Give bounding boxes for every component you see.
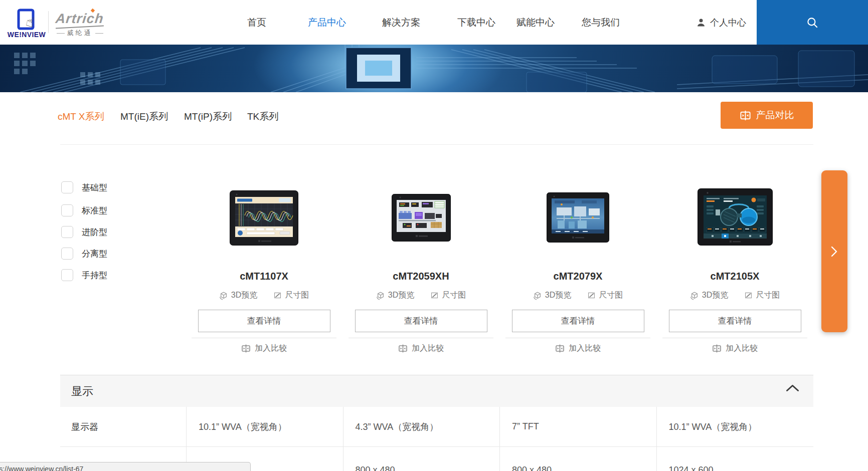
dimension-icon xyxy=(430,291,439,300)
preview-3d-link[interactable]: 3D预览 xyxy=(533,290,571,301)
checkbox[interactable] xyxy=(61,226,73,238)
header-divider xyxy=(48,11,49,33)
logo-text: WE!NVIEW xyxy=(6,31,47,39)
hmi-panel-trend-display xyxy=(230,190,298,246)
nav-item-enablement[interactable]: 赋能中心 xyxy=(516,0,555,45)
product-card: cMT1107X 3D预览 尺寸图 查看详情 xyxy=(186,186,342,358)
spec-section-title: 显示 xyxy=(71,384,93,399)
preview-3d-icon xyxy=(219,291,228,300)
view-details-button[interactable]: 查看详情 xyxy=(669,310,801,332)
checkbox[interactable] xyxy=(61,204,73,216)
filter-handheld[interactable]: 手持型 xyxy=(61,269,107,281)
compare-icon xyxy=(740,110,751,121)
series-tabbar: cMT X系列 MT(iE)系列 MT(iP)系列 TK系列 产品对比 xyxy=(60,92,813,145)
compare-icon xyxy=(712,344,722,353)
spec-value: 1024 x 600 xyxy=(657,447,814,471)
product-compare-button[interactable]: 产品对比 xyxy=(721,102,813,129)
nav-item-products[interactable]: 产品中心 xyxy=(308,0,346,45)
hero-circuit-banner xyxy=(0,45,868,92)
product-image[interactable] xyxy=(656,186,813,246)
spec-value: 800 x 480 xyxy=(343,447,500,471)
hmi-panel-process-screen xyxy=(547,192,609,243)
spec-value: 4.3” WVA（宽视角） xyxy=(343,407,500,446)
dimension-icon xyxy=(587,291,596,300)
nav-item-downloads[interactable]: 下载中心 xyxy=(457,0,495,45)
next-products-button[interactable] xyxy=(821,170,847,332)
product-card: cMT2079X 3D预览 尺寸图 查看详情 xyxy=(499,186,656,358)
collapse-section-button[interactable] xyxy=(786,384,799,394)
filter-basic[interactable]: 基础型 xyxy=(61,181,107,193)
tab-mt-ip[interactable]: MT(iP)系列 xyxy=(184,110,232,123)
user-center-label: 个人中心 xyxy=(710,17,746,29)
dimension-link[interactable]: 尺寸图 xyxy=(273,290,309,301)
search-button[interactable] xyxy=(757,0,868,45)
product-name: cMT2059XH xyxy=(342,271,499,282)
spec-table: 显示器 10.1” WVA（宽视角） 4.3” WVA（宽视角） 7” TFT … xyxy=(60,407,813,471)
checkbox[interactable] xyxy=(61,269,73,281)
hmi-panel-machine-screen xyxy=(392,194,451,242)
preview-3d-link[interactable]: 3D预览 xyxy=(690,290,728,301)
spec-value: 10.1” WVA（宽视角） xyxy=(657,407,814,446)
tab-cmt-x[interactable]: cMT X系列 xyxy=(58,110,104,123)
dimension-icon xyxy=(273,291,282,300)
nav-item-home[interactable]: 首页 xyxy=(247,0,266,45)
search-icon xyxy=(806,16,819,29)
header: ☝ WE!NVIEW Artrich 威纶通 首页 产品中心 解决方案 下载中心… xyxy=(0,0,868,45)
product-image[interactable] xyxy=(499,186,656,246)
product-image[interactable] xyxy=(186,186,342,246)
chevron-up-icon xyxy=(786,384,799,392)
nav-item-solutions[interactable]: 解决方案 xyxy=(382,0,420,45)
add-to-compare-link[interactable]: 加入比较 xyxy=(342,338,499,358)
spec-value: 7” TFT xyxy=(500,407,657,446)
dimension-icon xyxy=(744,291,753,300)
hmi-panel-tanks-screen xyxy=(698,188,773,246)
next-arrow-icon xyxy=(831,246,838,257)
view-details-button[interactable]: 查看详情 xyxy=(198,310,330,332)
preview-3d-icon xyxy=(690,291,699,300)
compare-button-label: 产品对比 xyxy=(756,109,794,122)
add-to-compare-link[interactable]: 加入比较 xyxy=(186,338,342,358)
product-card: cMT2105X 3D预览 尺寸图 查看详情 xyxy=(656,186,813,358)
product-image[interactable] xyxy=(342,186,499,246)
spec-value: 10.1” WVA（宽视角） xyxy=(187,407,343,446)
checkbox[interactable] xyxy=(61,181,73,193)
browser-status-url: https://www.weinview.cn/list-67 xyxy=(0,462,251,471)
preview-3d-link[interactable]: 3D预览 xyxy=(219,290,257,301)
spec-row-display: 显示器 10.1” WVA（宽视角） 4.3” WVA（宽视角） 7” TFT … xyxy=(60,407,813,447)
add-to-compare-link[interactable]: 加入比较 xyxy=(499,338,656,358)
filter-advanced[interactable]: 进阶型 xyxy=(61,226,107,238)
filter-detached[interactable]: 分离型 xyxy=(61,248,107,260)
checkbox[interactable] xyxy=(61,248,73,260)
dimension-link[interactable]: 尺寸图 xyxy=(744,290,780,301)
tab-tk[interactable]: TK系列 xyxy=(247,110,278,123)
view-details-button[interactable]: 查看详情 xyxy=(512,310,644,332)
view-details-button[interactable]: 查看详情 xyxy=(355,310,487,332)
brand-logo[interactable]: Artrich 威纶通 xyxy=(52,11,107,38)
spec-value: 800 x 480 xyxy=(500,447,657,471)
product-card: cMT2059XH 3D预览 尺寸图 查看详情 xyxy=(342,186,499,358)
nav-item-about[interactable]: 您与我们 xyxy=(582,0,620,45)
spec-row-label: 显示器 xyxy=(60,407,187,446)
tab-mt-ie[interactable]: MT(iE)系列 xyxy=(120,110,168,123)
compare-icon xyxy=(555,344,565,353)
filter-standard[interactable]: 标准型 xyxy=(61,204,107,216)
circuit-art xyxy=(0,45,868,92)
product-center-page: ☝ WE!NVIEW Artrich 威纶通 首页 产品中心 解决方案 下载中心… xyxy=(0,0,868,471)
preview-3d-link[interactable]: 3D预览 xyxy=(376,290,414,301)
preview-3d-icon xyxy=(533,291,542,300)
add-to-compare-link[interactable]: 加入比较 xyxy=(656,338,813,358)
dimension-link[interactable]: 尺寸图 xyxy=(430,290,466,301)
spec-section-display: 显示 xyxy=(60,375,813,407)
product-name: cMT2079X xyxy=(499,271,656,282)
product-name: cMT2105X xyxy=(656,271,813,282)
product-name: cMT1107X xyxy=(186,271,342,282)
compare-icon xyxy=(241,344,251,353)
user-icon xyxy=(696,18,706,28)
compare-icon xyxy=(398,344,408,353)
user-center-link[interactable]: 个人中心 xyxy=(696,0,746,45)
brand-name: Artrich xyxy=(55,11,105,27)
brand-sub-text: 威纶通 xyxy=(67,29,93,38)
preview-3d-icon xyxy=(376,291,385,300)
dimension-link[interactable]: 尺寸图 xyxy=(587,290,623,301)
